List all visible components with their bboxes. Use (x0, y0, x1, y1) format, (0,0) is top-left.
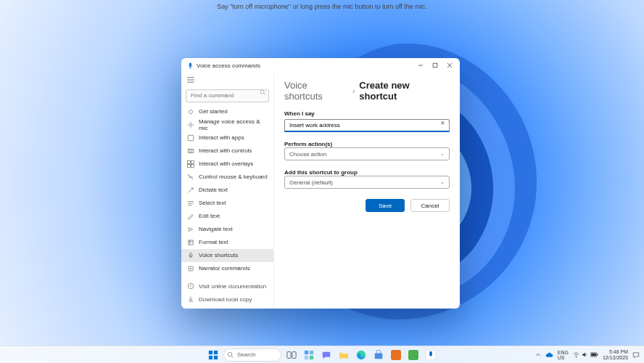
taskbar: Search ENGUS 5:48 PM 12/13/202 (0, 346, 644, 363)
taskbar-search-placeholder: Search (237, 351, 255, 358)
main-content: Voice shortcuts › Create new shortcut Wh… (274, 73, 460, 309)
sidebar-item-icon (187, 187, 194, 194)
add-to-group-label: Add this shortcut to group (284, 169, 450, 176)
cancel-button[interactable]: Cancel (410, 199, 450, 212)
sidebar-item-get-started[interactable]: Get started (181, 105, 273, 118)
close-button[interactable] (442, 58, 457, 73)
sidebar-item-narrator-commands[interactable]: Narrator commands (181, 262, 273, 275)
choose-action-dropdown[interactable]: Choose action ⌄ (284, 147, 450, 160)
edge-button[interactable] (354, 348, 368, 362)
sidebar-item-icon (187, 200, 194, 207)
svg-point-2 (260, 90, 264, 94)
svg-rect-15 (209, 355, 212, 359)
svg-rect-8 (188, 164, 191, 167)
widgets-button[interactable] (302, 348, 316, 362)
mic-icon (187, 62, 194, 69)
system-tray-group[interactable] (573, 351, 598, 358)
sidebar-item-label: Voice shortcuts (199, 252, 238, 258)
taskbar-search[interactable]: Search (223, 348, 281, 362)
save-button[interactable]: Save (366, 199, 405, 212)
sidebar-item-icon (187, 174, 194, 181)
svg-rect-7 (191, 160, 194, 163)
sidebar-item-icon (187, 147, 194, 155)
store-button[interactable] (371, 348, 386, 362)
sidebar-item-label: Manage voice access & mic (199, 118, 268, 131)
pinned-app-2[interactable] (406, 348, 421, 362)
group-dropdown[interactable]: General (default) ⌄ (284, 176, 450, 189)
notifications-button[interactable] (632, 351, 640, 359)
battery-icon (590, 352, 598, 357)
sidebar-item-label: Interact with controls (199, 147, 252, 154)
svg-rect-13 (209, 350, 212, 354)
sidebar-item-label: Select text (199, 200, 226, 206)
start-button[interactable] (206, 348, 220, 362)
maximize-button[interactable] (428, 58, 442, 73)
sidebar-item-interact-with-controls[interactable]: Interact with controls (181, 144, 273, 158)
sidebar-item-interact-with-overlays[interactable]: Interact with overlays (181, 158, 273, 171)
sidebar-item-dictate-text[interactable]: Dictate text (181, 184, 273, 197)
breadcrumb: Voice shortcuts › Create new shortcut (284, 80, 450, 102)
sidebar-item-format-text[interactable]: Format text (181, 236, 273, 249)
choose-action-placeholder: Choose action (289, 151, 326, 158)
svg-rect-27 (408, 350, 418, 360)
svg-rect-23 (310, 355, 313, 359)
pinned-app-1[interactable] (389, 348, 403, 362)
breadcrumb-root[interactable]: Voice shortcuts (284, 80, 348, 102)
chevron-right-icon: › (352, 87, 355, 95)
taskbar-clock[interactable]: 5:48 PM 12/13/2023 (603, 349, 628, 361)
sidebar-item-icon (187, 239, 194, 246)
chevron-down-icon: ⌄ (440, 179, 445, 185)
sidebar-item-label: Visit online documentation (199, 283, 266, 290)
svg-rect-26 (391, 350, 401, 360)
svg-rect-31 (591, 354, 596, 356)
sidebar-item-label: Narrator commands (199, 265, 250, 272)
when-i-say-input[interactable] (284, 119, 450, 132)
sidebar-footer-download-local-copy[interactable]: Download local copy (181, 293, 273, 306)
clear-input-icon[interactable]: ✕ (440, 120, 445, 126)
svg-point-10 (188, 174, 189, 175)
hamburger-icon[interactable] (181, 76, 273, 84)
svg-rect-16 (214, 355, 218, 359)
language-indicator[interactable]: ENGUS (558, 350, 569, 360)
explorer-button[interactable] (337, 348, 351, 362)
voice-access-commands-window: Voice access commands Get st (181, 58, 460, 309)
sidebar-item-icon (187, 265, 194, 272)
sidebar-item-label: Format text (199, 239, 228, 245)
svg-rect-6 (188, 160, 191, 163)
breadcrumb-leaf: Create new shortcut (359, 80, 450, 102)
sidebar-item-label: Navigate text (199, 226, 233, 232)
titlebar: Voice access commands (181, 58, 460, 73)
sidebar-item-icon (187, 226, 194, 233)
search-icon (260, 89, 266, 96)
voice-access-app[interactable] (424, 348, 438, 362)
sidebar-item-voice-shortcuts[interactable]: Voice shortcuts (181, 249, 273, 262)
svg-rect-14 (214, 350, 218, 354)
minimize-button[interactable] (413, 58, 428, 73)
task-view-button[interactable] (284, 348, 299, 362)
sidebar-item-navigate-text[interactable]: Navigate text (181, 223, 273, 236)
svg-rect-5 (188, 149, 194, 152)
svg-point-17 (228, 352, 232, 356)
svg-rect-19 (292, 351, 296, 358)
chat-button[interactable] (319, 348, 334, 362)
svg-rect-32 (597, 354, 598, 355)
sidebar-item-select-text[interactable]: Select text (181, 197, 273, 210)
sidebar-item-icon (187, 282, 194, 290)
search-input[interactable] (186, 89, 269, 102)
sidebar-item-icon (187, 108, 194, 115)
wifi-icon (573, 351, 579, 358)
onedrive-icon[interactable] (545, 352, 553, 358)
sidebar-item-interact-with-apps[interactable]: Interact with apps (181, 131, 273, 144)
sidebar-footer-visit-online-documentation[interactable]: Visit online documentation (181, 280, 273, 293)
sidebar-item-icon (187, 295, 194, 303)
sidebar-item-icon (187, 213, 194, 220)
when-i-say-label: When I say (284, 110, 450, 117)
sidebar-item-edit-text[interactable]: Edit text (181, 210, 273, 223)
sidebar-item-icon (187, 121, 194, 129)
sidebar-item-label: Get started (199, 108, 228, 115)
svg-rect-21 (310, 350, 313, 354)
sidebar-item-label: Edit text (199, 213, 220, 219)
sidebar-item-control-mouse-keyboard[interactable]: Control mouse & keyboard (181, 171, 273, 184)
tray-overflow-button[interactable] (535, 352, 541, 358)
sidebar-item-manage-voice-access-mic[interactable]: Manage voice access & mic (181, 118, 273, 131)
